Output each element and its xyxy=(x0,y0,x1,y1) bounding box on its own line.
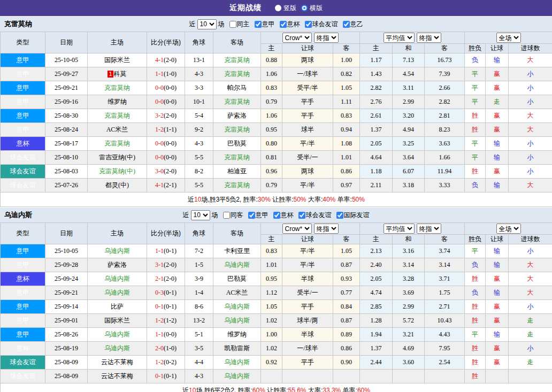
match-row: 意甲25-09-21克雷莫纳0-0(0-0)3-3帕尔马0.83受平/半1.05… xyxy=(1,81,552,95)
league-filter-checkbox-2[interactable] xyxy=(273,212,280,219)
same-venue-checkbox[interactable] xyxy=(229,21,236,28)
page-title: 近期战绩 xyxy=(229,3,262,13)
fulltime-select[interactable]: 全场 xyxy=(496,33,521,43)
league-filter-option-2[interactable]: 意杯 xyxy=(277,20,300,29)
avg-odds-select[interactable]: 平均值 xyxy=(384,224,415,234)
match-row: 意甲25-09-28萨索洛3-1(2-0)1-5乌迪内斯1.01平/半0.872… xyxy=(1,258,552,272)
radio-horizontal-selected-icon[interactable] xyxy=(301,5,308,11)
same-venue-checkbox[interactable] xyxy=(223,212,230,219)
league-filter-checkbox-3[interactable] xyxy=(298,212,305,219)
fulltime-select[interactable]: 全场 xyxy=(496,224,521,234)
away-team-name: 维罗纳 xyxy=(227,330,247,338)
league-filter-label: 国际友谊 xyxy=(344,211,370,220)
date-cell: 25-08-10 xyxy=(45,151,88,165)
odds-group-2: 平均值终指 xyxy=(360,223,465,235)
score-cell: 0-0(0-0) xyxy=(147,137,185,151)
handicap-away-odds: 0.89 xyxy=(333,328,360,342)
recent-games-select[interactable]: 10 xyxy=(197,19,217,29)
avg-home-odds: 2.44 xyxy=(360,356,393,370)
same-venue-label: 同客 xyxy=(231,211,243,220)
summary-segment: 大率: xyxy=(306,196,323,203)
avg-away-odds: 1.75 xyxy=(425,286,465,300)
result-handicap: 赢 xyxy=(486,109,509,123)
date-cell: 25-08-09 xyxy=(45,370,88,383)
avg-draw-odds: 3.28 xyxy=(393,272,425,286)
europe-final-select[interactable]: 终指 xyxy=(417,224,441,234)
result-goals: 走 xyxy=(509,314,552,328)
league-filter-option-3[interactable]: 球会友谊 xyxy=(295,211,332,220)
league-filter-checkbox-2[interactable] xyxy=(280,21,287,28)
topbar: 近期战绩 竖版 横版 xyxy=(0,0,552,16)
date-cell: 25-10-05 xyxy=(45,244,88,258)
fulltime-score: 3-0 xyxy=(155,167,164,175)
league-filter-checkbox-4[interactable] xyxy=(336,212,343,219)
home-team-cell: 比萨 xyxy=(88,300,147,314)
summary-segment: 55.6% xyxy=(288,387,306,392)
corner-cell: 3-9 xyxy=(185,272,213,286)
home-team-name: 乌迪内斯 xyxy=(104,275,130,282)
recent-games-select[interactable]: 10 xyxy=(191,210,210,220)
col-subheader-9: 进球数 xyxy=(509,235,552,244)
league-filter-checkbox-3[interactable] xyxy=(305,21,312,28)
summary-segment: 大率: xyxy=(306,387,323,392)
away-team-cell: 凯勒雷斯 xyxy=(213,342,261,356)
same-venue-option[interactable]: 同主 xyxy=(226,20,250,29)
avg-draw-odds: 3.64 xyxy=(393,151,425,165)
league-filter-checkbox-1[interactable] xyxy=(255,21,262,28)
corner-cell: 13-2 xyxy=(185,314,213,328)
avg-odds-select[interactable]: 平均值 xyxy=(384,33,415,43)
layout-horizontal-option[interactable]: 横版 xyxy=(301,4,323,13)
match-row: 球会友谊25-07-26都灵(中)4-1(2-1)5-5克雷莫纳0.79平/半0… xyxy=(1,179,552,193)
away-team-name: 乌迪内斯 xyxy=(224,261,250,268)
summary-segment: 单率: xyxy=(335,196,352,203)
halftime-score: (2-1) xyxy=(164,181,177,189)
handicap-line: 一/球半 xyxy=(282,342,333,356)
handicap-final-select[interactable]: 终指 xyxy=(314,33,339,43)
same-venue-option[interactable]: 同客 xyxy=(220,211,243,220)
result-winloss: 平 xyxy=(465,151,486,165)
europe-final-select[interactable]: 终指 xyxy=(417,33,441,43)
col-header-5: 角球 xyxy=(185,223,213,244)
avg-draw-odds: 4.69 xyxy=(393,342,425,356)
handicap-home-odds: 0.80 xyxy=(261,137,282,151)
home-team-name: 比萨 xyxy=(111,303,124,310)
summary-segment: 10 xyxy=(189,387,196,392)
league-filter-option-1[interactable]: 意甲 xyxy=(251,20,275,29)
league-filter-option-4[interactable]: 国际友谊 xyxy=(333,211,370,220)
team-section-2: 乌迪内斯近10场同客意甲意杯球会友谊国际友谊类型日期主场比分(半场)角球客场Cr… xyxy=(0,207,552,392)
layout-vertical-option[interactable]: 竖版 xyxy=(275,4,296,13)
avg-away-odds: 10.43 xyxy=(425,314,465,328)
handicap-final-select[interactable]: 终指 xyxy=(314,224,339,234)
col-header-2: 日期 xyxy=(45,223,88,244)
col-subheader-2: 让球 xyxy=(282,44,333,53)
league-filter-label: 球会友谊 xyxy=(312,20,338,29)
handicap-home-odds: 0.83 xyxy=(261,81,282,95)
results-table: 类型日期主场比分(半场)角球客场Crow*终指平均值终指全场主让球客主和客胜负让… xyxy=(0,32,552,207)
games-label: 场 xyxy=(218,20,225,29)
games-label: 场 xyxy=(212,211,218,220)
handicap-company-select[interactable]: Crow* xyxy=(282,33,312,43)
league-filter-option-2[interactable]: 意杯 xyxy=(270,211,294,220)
handicap-company-select[interactable]: Crow* xyxy=(282,224,312,234)
league-filter-option-1[interactable]: 意甲 xyxy=(245,211,269,220)
score-cell: 1-1(0-0) xyxy=(147,328,185,342)
match-row: 意甲25-08-30克雷莫纳3-2(2-0)5-4萨索洛1.06平手0.832.… xyxy=(1,109,552,123)
away-team-name: 巴勒莫 xyxy=(227,275,247,282)
header-row-groups: 类型日期主场比分(半场)角球客场Crow*终指平均值终指全场 xyxy=(1,223,552,235)
handicap-line: 两球 xyxy=(282,53,333,67)
league-filter-checkbox-1[interactable] xyxy=(248,212,255,219)
home-team-name: 乌迪内斯 xyxy=(104,344,130,352)
league-type-cell: 意甲 xyxy=(1,258,45,272)
handicap-home-odds: 0.81 xyxy=(261,151,282,165)
handicap-away-odds: 1.08 xyxy=(333,137,360,151)
fulltime-score: 0-1 xyxy=(155,303,164,310)
home-team-cell: 乌迪内斯 xyxy=(88,342,147,356)
league-filter-option-4[interactable]: 意乙 xyxy=(340,20,363,29)
corner-cell: 5-4 xyxy=(185,109,213,123)
away-team-name: 乌迪内斯 xyxy=(224,303,250,310)
league-filter-option-3[interactable]: 球会友谊 xyxy=(302,20,338,29)
avg-draw-odds: 3.18 xyxy=(393,179,425,193)
summary-segment: 单率: xyxy=(341,387,357,392)
radio-vertical-icon[interactable] xyxy=(275,5,281,11)
league-filter-checkbox-4[interactable] xyxy=(343,21,350,28)
